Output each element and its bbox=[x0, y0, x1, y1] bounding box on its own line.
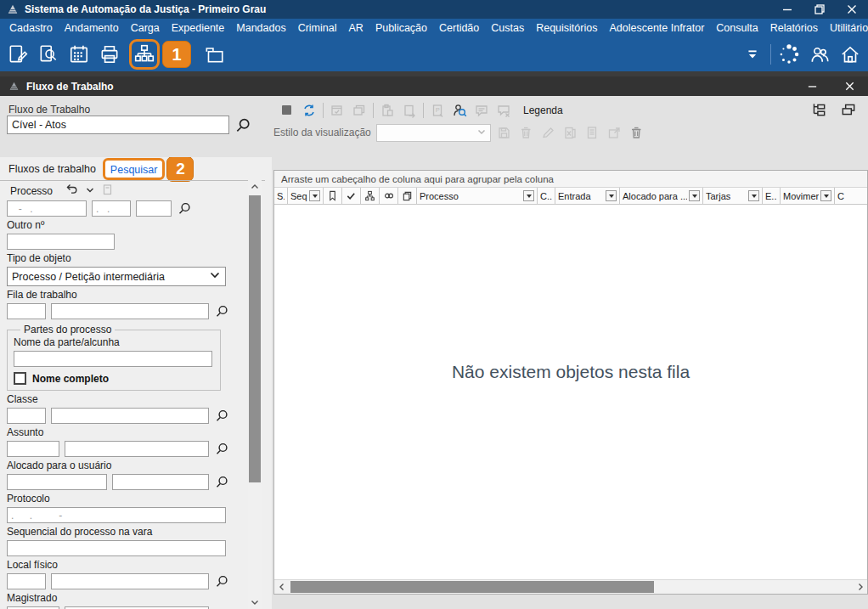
group-by-bar[interactable]: Arraste um cabeçalho de coluna aqui para… bbox=[274, 171, 867, 188]
local-name-input[interactable] bbox=[51, 573, 209, 589]
legend-label[interactable]: Legenda bbox=[523, 104, 563, 116]
menu-cadastro[interactable]: Cadastro bbox=[3, 19, 59, 37]
toolbar-overflow-icon[interactable] bbox=[740, 42, 765, 67]
tipo-objeto-select[interactable]: Processo / Petição intermediária bbox=[7, 267, 226, 286]
scroll-down-icon[interactable] bbox=[248, 595, 262, 609]
column-link[interactable] bbox=[380, 188, 398, 204]
column-tarjas[interactable]: Tarjas bbox=[703, 188, 763, 204]
menu-adolescente-infrator[interactable]: Adolescente Infrator bbox=[603, 19, 710, 37]
consult-document-icon[interactable] bbox=[36, 42, 61, 67]
inner-minimize-button[interactable] bbox=[793, 76, 831, 96]
classe-code-input[interactable] bbox=[7, 408, 46, 424]
tab-pesquisar[interactable]: Pesquisar bbox=[110, 164, 158, 176]
cascade-view-icon[interactable] bbox=[839, 100, 858, 119]
nome-parte-input[interactable] bbox=[14, 351, 212, 367]
column-copy[interactable] bbox=[398, 188, 417, 204]
sequencial-input[interactable] bbox=[7, 540, 226, 556]
local-search-icon[interactable] bbox=[214, 574, 229, 589]
scroll-right-icon[interactable] bbox=[853, 580, 867, 594]
nome-completo-checkbox[interactable] bbox=[14, 372, 26, 385]
column-e[interactable]: E... bbox=[763, 188, 781, 204]
column-filter-button[interactable] bbox=[309, 190, 320, 201]
menu-certidao[interactable]: Certidão bbox=[433, 19, 485, 37]
assunto-code-input[interactable] bbox=[7, 441, 59, 457]
close-button[interactable] bbox=[836, 0, 868, 19]
calendar-icon[interactable] bbox=[66, 42, 92, 67]
menu-custas[interactable]: Custas bbox=[485, 19, 530, 37]
protocolo-input[interactable] bbox=[7, 507, 226, 523]
fila-search-icon[interactable] bbox=[214, 304, 229, 319]
edit-document-icon[interactable] bbox=[5, 42, 31, 67]
workflow-search-icon[interactable] bbox=[234, 117, 251, 134]
column-filter-button[interactable] bbox=[820, 190, 831, 201]
column-filter-button[interactable] bbox=[606, 190, 617, 201]
column-flow[interactable] bbox=[361, 188, 380, 204]
classe-name-input[interactable] bbox=[51, 408, 209, 424]
menu-criminal[interactable]: Criminal bbox=[292, 19, 343, 37]
column-c1[interactable]: C... bbox=[538, 188, 555, 204]
menu-utilitarios[interactable]: Utilitários bbox=[824, 19, 868, 37]
minimize-button[interactable] bbox=[771, 0, 803, 19]
processo-search-icon[interactable] bbox=[177, 201, 192, 217]
local-code-input[interactable] bbox=[7, 573, 46, 589]
column-movimentacao[interactable]: Movimen... bbox=[781, 188, 835, 204]
tab-fluxos-de-trabalho[interactable]: Fluxos de trabalho bbox=[8, 163, 96, 175]
column-check[interactable] bbox=[342, 188, 361, 204]
column-filter-button[interactable] bbox=[748, 190, 759, 201]
refresh-icon[interactable] bbox=[300, 101, 318, 120]
column-c2[interactable]: C bbox=[835, 188, 867, 204]
menu-requisitorios[interactable]: Requisitórios bbox=[530, 19, 603, 37]
menu-mandados[interactable]: Mandados bbox=[230, 19, 291, 37]
alocado-code-input[interactable] bbox=[7, 474, 107, 490]
classe-search-icon[interactable] bbox=[214, 409, 229, 424]
processo-year-input[interactable] bbox=[92, 200, 131, 217]
workflow-select-input[interactable] bbox=[7, 116, 229, 134]
processo-digit-input[interactable] bbox=[136, 200, 172, 217]
chevron-down-icon[interactable] bbox=[85, 183, 95, 199]
home-icon[interactable] bbox=[837, 42, 863, 67]
classe-label: Classe bbox=[7, 393, 265, 406]
workflow-icon[interactable] bbox=[132, 42, 157, 67]
fill-square-icon[interactable] bbox=[278, 101, 296, 120]
scroll-left-icon[interactable] bbox=[274, 580, 289, 594]
column-bookmark[interactable] bbox=[324, 188, 342, 204]
column-alocado-para[interactable]: Alocado para ... bbox=[620, 188, 703, 204]
printer-icon[interactable] bbox=[97, 42, 122, 67]
scrollbar-thumb[interactable] bbox=[290, 581, 654, 593]
undo-icon[interactable] bbox=[65, 183, 78, 199]
column-status[interactable]: S... bbox=[274, 188, 288, 204]
alocado-name-input[interactable] bbox=[112, 474, 209, 490]
menu-publicacao[interactable]: Publicação bbox=[369, 19, 433, 37]
tree-view-icon[interactable] bbox=[809, 100, 828, 119]
column-seq[interactable]: Seq. bbox=[288, 188, 324, 204]
toolbar-separator bbox=[323, 103, 324, 118]
fila-code-input[interactable] bbox=[7, 303, 46, 319]
view-style-dropdown[interactable] bbox=[376, 124, 491, 142]
column-filter-button[interactable] bbox=[689, 190, 700, 201]
outro-numero-input[interactable] bbox=[7, 234, 115, 250]
batch-folder-icon[interactable] bbox=[201, 42, 227, 67]
grid-horizontal-scrollbar[interactable] bbox=[274, 579, 867, 594]
panel-vertical-scrollbar[interactable] bbox=[248, 180, 262, 609]
person-search-icon[interactable] bbox=[450, 101, 469, 120]
column-entrada[interactable]: Entrada bbox=[555, 188, 620, 204]
assunto-search-icon[interactable] bbox=[214, 442, 229, 457]
processo-number-input[interactable] bbox=[7, 200, 87, 217]
assunto-name-input[interactable] bbox=[65, 441, 209, 457]
alocado-search-icon[interactable] bbox=[214, 475, 229, 490]
menu-andamento[interactable]: Andamento bbox=[59, 19, 125, 37]
menu-carga[interactable]: Carga bbox=[125, 19, 166, 37]
scrollbar-thumb[interactable] bbox=[249, 195, 261, 482]
menu-relatorios[interactable]: Relatórios bbox=[764, 19, 824, 37]
fila-name-input[interactable] bbox=[51, 303, 209, 319]
menu-ar[interactable]: AR bbox=[343, 19, 369, 37]
users-icon[interactable] bbox=[807, 42, 832, 67]
column-filter-button[interactable] bbox=[523, 190, 534, 201]
trash-icon[interactable] bbox=[627, 123, 645, 142]
restore-button[interactable] bbox=[803, 0, 836, 19]
inner-close-button[interactable] bbox=[831, 76, 868, 96]
menu-consulta[interactable]: Consulta bbox=[710, 19, 764, 37]
menu-expediente[interactable]: Expediente bbox=[166, 19, 231, 37]
column-processo[interactable]: Processo bbox=[417, 188, 538, 204]
scroll-up-icon[interactable] bbox=[248, 180, 262, 194]
